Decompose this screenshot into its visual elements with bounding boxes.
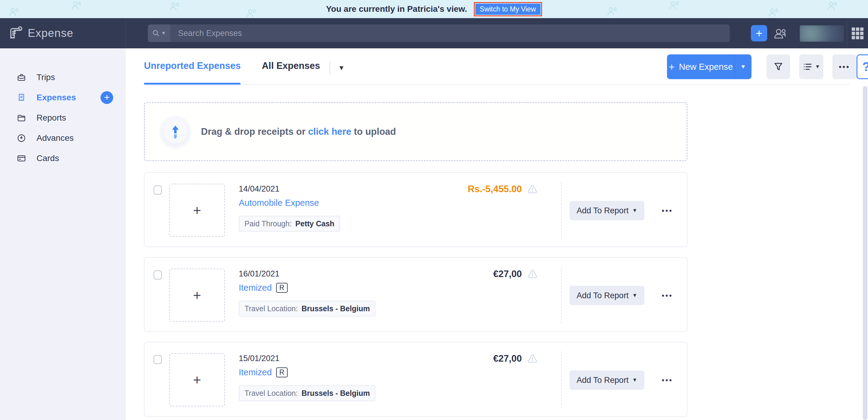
clock-icon <box>17 134 26 143</box>
new-expense-button[interactable]: + New Expense <box>667 54 735 79</box>
view-caret-icon: ▼ <box>815 64 820 70</box>
row-divider <box>561 182 562 239</box>
add-expense-icon[interactable]: + <box>100 91 113 104</box>
sidebar: Trips Expenses + Reports Advances Cards <box>0 48 126 420</box>
receipt-icon <box>17 93 26 102</box>
search-input[interactable] <box>170 25 730 42</box>
new-expense-split-button: + New Expense ▼ <box>667 54 751 79</box>
add-receipt-box[interactable]: + <box>169 269 225 322</box>
view-options-button[interactable]: ▼ <box>799 54 823 79</box>
credit-card-icon <box>17 154 26 163</box>
expense-tag: Travel Location: Brussels - Belgium <box>239 301 375 317</box>
switch-user-icon[interactable] <box>773 27 787 40</box>
plus-icon: + <box>669 61 675 73</box>
filter-button[interactable] <box>767 54 790 79</box>
tag-value: Brussels - Belgium <box>302 304 370 313</box>
sidebar-item-trips[interactable]: Trips <box>0 67 126 87</box>
search-scope-dropdown[interactable]: ▼ <box>148 25 170 42</box>
expense-details: 16/01/2021 Itemized R Travel Location: B… <box>239 269 375 317</box>
caret-down-icon: ▼ <box>632 377 638 383</box>
search-caret-icon: ▼ <box>161 30 166 36</box>
user-account-blurred[interactable] <box>800 25 844 42</box>
tab-unreported-expenses[interactable]: Unreported Expenses <box>144 60 241 84</box>
add-to-report-label: Add To Report <box>577 291 629 300</box>
add-to-report-button[interactable]: Add To Report ▼ <box>569 370 644 390</box>
folder-icon <box>17 113 26 122</box>
upload-click-here-link[interactable]: click here <box>308 126 351 137</box>
app-name: Expense <box>28 27 73 39</box>
sidebar-item-label: Advances <box>36 133 74 143</box>
receipt-logo-icon <box>9 26 23 40</box>
sidebar-item-label: Trips <box>36 73 55 82</box>
sidebar-item-label: Cards <box>36 153 59 163</box>
add-receipt-box[interactable]: + <box>169 353 225 407</box>
tag-label: Travel Location: <box>245 389 298 398</box>
warning-triangle-icon <box>527 184 538 195</box>
tab-dropdown-icon[interactable]: ▼ <box>338 64 345 72</box>
add-to-report-label: Add To Report <box>577 206 629 216</box>
expense-title-link[interactable]: Itemized <box>239 367 272 377</box>
sidebar-item-advances[interactable]: Advances <box>0 128 126 148</box>
dropzone-text-suffix: to upload <box>354 126 396 137</box>
app-logo[interactable]: Expense <box>0 18 126 48</box>
row-divider <box>561 267 562 324</box>
more-actions-button[interactable]: ••• <box>832 54 857 79</box>
plus-icon: + <box>193 202 201 219</box>
sidebar-item-cards[interactable]: Cards <box>0 148 126 168</box>
new-expense-dropdown[interactable]: ▼ <box>735 54 751 79</box>
dropzone-text: Drag & drop receipts or click here to up… <box>201 126 396 137</box>
upload-circle <box>163 120 187 143</box>
tag-label: Paid Through: <box>245 219 292 228</box>
tag-value: Petty Cash <box>296 219 334 228</box>
amount-block: Rs.-5,455.00 <box>416 184 538 195</box>
caret-down-icon: ▼ <box>632 207 638 214</box>
tag-value: Brussels - Belgium <box>302 389 370 398</box>
list-icon <box>803 62 813 72</box>
expense-title-link[interactable]: Automobile Expense <box>239 198 319 208</box>
scrollbar[interactable] <box>863 86 867 420</box>
receipt-dropzone[interactable]: Drag & drop receipts or click here to up… <box>144 102 687 161</box>
sidebar-item-reports[interactable]: Reports <box>0 108 126 128</box>
expense-amount: €27,00 <box>493 353 522 364</box>
row-checkbox[interactable] <box>154 355 162 364</box>
sidebar-item-expenses[interactable]: Expenses + <box>0 87 126 108</box>
search-bar: ▼ <box>148 25 730 42</box>
row-more-button[interactable]: ••• <box>655 370 679 390</box>
expense-date: 16/01/2021 <box>239 269 279 279</box>
sidebar-item-label: Expenses <box>36 93 76 103</box>
impersonation-banner: You are currently in Patricia's view. Sw… <box>0 0 868 18</box>
expense-date: 15/01/2021 <box>239 354 279 363</box>
add-receipt-box[interactable]: + <box>169 184 225 237</box>
expense-row: + 15/01/2021 Itemized R Travel Location:… <box>144 342 687 417</box>
search-icon <box>152 29 160 37</box>
expense-amount: Rs.-5,455.00 <box>468 184 522 195</box>
row-more-button[interactable]: ••• <box>655 201 679 220</box>
quick-add-button[interactable]: + <box>751 25 767 41</box>
row-checkbox[interactable] <box>154 186 162 195</box>
expense-title-link[interactable]: Itemized <box>239 283 272 293</box>
tab-all-expenses[interactable]: All Expenses <box>262 60 320 84</box>
app-header: Expense ▼ + <box>0 18 868 48</box>
add-to-report-button[interactable]: Add To Report ▼ <box>569 286 644 305</box>
warning-triangle-icon <box>527 353 538 364</box>
add-to-report-button[interactable]: Add To Report ▼ <box>569 201 644 220</box>
switch-to-my-view-button[interactable]: Switch to My View <box>475 4 540 15</box>
briefcase-icon <box>17 73 26 82</box>
reimbursable-badge: R <box>276 367 288 377</box>
expense-date: 14/04/2021 <box>239 184 279 194</box>
row-checkbox[interactable] <box>154 271 162 280</box>
caret-down-icon: ▼ <box>632 292 638 299</box>
expense-details: 14/04/2021 Automobile Expense Paid Throu… <box>239 184 340 232</box>
amount-block: €27,00 <box>416 269 538 280</box>
upload-arrow-icon <box>170 125 181 138</box>
apps-grid-icon[interactable] <box>852 28 864 39</box>
header-divider <box>847 18 847 48</box>
amount-block: €27,00 <box>416 353 538 364</box>
add-to-report-label: Add To Report <box>577 375 629 385</box>
row-more-button[interactable]: ••• <box>655 286 679 305</box>
expense-details: 15/01/2021 Itemized R Travel Location: B… <box>239 354 375 401</box>
plus-icon: + <box>193 372 201 388</box>
expense-tag: Travel Location: Brussels - Belgium <box>239 385 375 401</box>
help-button[interactable]: ? <box>857 54 868 79</box>
sidebar-item-label: Reports <box>36 113 66 123</box>
